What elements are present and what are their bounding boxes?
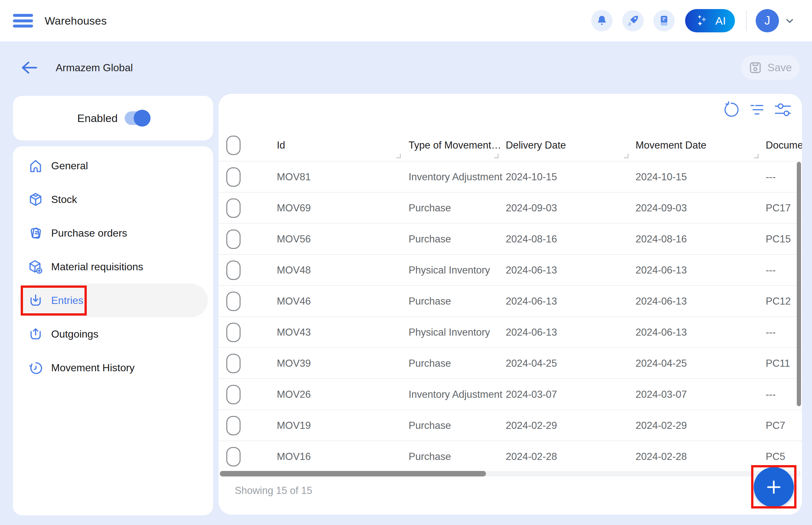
chevron-down-icon[interactable]	[784, 15, 795, 26]
horizontal-scrollbar-track[interactable]	[220, 471, 801, 477]
table-row[interactable]: MOV56Purchase2024-08-162024-08-16PC15	[219, 223, 802, 254]
row-checkbox[interactable]	[226, 416, 240, 435]
row-checkbox[interactable]	[226, 354, 240, 373]
table-row[interactable]: MOV46Purchase2024-06-132024-06-13PC12	[219, 285, 802, 316]
sidebar-item-general[interactable]: General	[18, 149, 208, 182]
refresh-button[interactable]	[722, 101, 740, 118]
cell-delivery: 2024-06-13	[506, 286, 632, 317]
cell-id: MOV19	[277, 410, 400, 441]
plus-icon	[765, 479, 782, 496]
row-checkbox[interactable]	[226, 167, 240, 187]
cell-delivery: 2024-02-28	[506, 441, 632, 472]
bell-icon	[595, 14, 608, 27]
receipts-icon	[28, 225, 43, 241]
sidebar-item-material-requisitions[interactable]: Material requisitions	[18, 250, 208, 284]
column-header-id[interactable]: Id	[277, 130, 400, 161]
select-all-checkbox[interactable]	[226, 136, 240, 155]
cell-id: MOV43	[277, 317, 400, 348]
cell-movement: 2024-09-03	[636, 193, 762, 224]
cell-movement: 2024-04-25	[636, 348, 762, 379]
page-title: Armazem Global	[56, 62, 133, 74]
notifications-button[interactable]	[591, 10, 612, 31]
enabled-label: Enabled	[77, 112, 118, 125]
column-header-movement-date[interactable]: Movement Date	[636, 130, 762, 161]
table-row[interactable]: MOV16Purchase2024-02-282024-02-28PC5	[219, 440, 802, 471]
row-checkbox[interactable]	[226, 229, 240, 249]
ai-button-label: AI	[715, 15, 726, 27]
horizontal-scrollbar-thumb[interactable]	[220, 471, 486, 477]
cell-type: Purchase	[409, 348, 504, 379]
row-checkbox[interactable]	[226, 447, 240, 466]
floppy-disk-icon	[749, 61, 762, 74]
cell-type: Physical Inventory	[409, 255, 504, 286]
filter-button[interactable]	[748, 101, 766, 118]
table-row[interactable]: MOV19Purchase2024-02-292024-02-29PC7	[219, 409, 802, 440]
sidebar-item-label: Movement History	[51, 362, 135, 374]
column-header-delivery-date[interactable]: Delivery Date	[506, 130, 632, 161]
sidebar-item-outgoings[interactable]: Outgoings	[18, 317, 208, 351]
cell-id: MOV39	[277, 348, 400, 379]
sidebar-item-label: Purchase orders	[51, 227, 127, 239]
column-settings-button[interactable]	[774, 101, 792, 118]
cell-movement: 2024-06-13	[636, 317, 762, 348]
hamburger-menu-icon[interactable]	[13, 13, 33, 29]
cell-delivery: 2024-06-13	[506, 317, 632, 348]
column-resize-handle[interactable]	[396, 154, 401, 158]
enabled-toggle[interactable]	[125, 111, 149, 125]
cell-movement: 2024-08-16	[636, 224, 762, 255]
row-checkbox[interactable]	[226, 323, 240, 342]
cell-id: MOV48	[277, 255, 400, 286]
cell-delivery: 2024-08-16	[506, 224, 632, 255]
column-settings-icon	[774, 101, 792, 118]
page-header: Armazem Global Save	[0, 42, 812, 94]
column-header-type-of-movement[interactable]: Type of Movement…	[409, 130, 504, 161]
enabled-card: Enabled	[13, 96, 213, 140]
save-button[interactable]: Save	[741, 55, 800, 80]
cell-id: MOV81	[277, 162, 400, 193]
quickstart-button[interactable]	[622, 10, 644, 31]
sidebar-item-purchase-orders[interactable]: Purchase orders	[18, 216, 208, 250]
home-icon	[28, 158, 43, 174]
column-resize-handle[interactable]	[494, 154, 499, 158]
app-title: Warehouses	[45, 15, 107, 27]
row-checkbox[interactable]	[226, 260, 240, 280]
sidebar-item-stock[interactable]: Stock	[18, 182, 208, 216]
add-entry-button[interactable]	[754, 467, 794, 507]
download-tray-icon	[28, 292, 43, 308]
cell-type: Physical Inventory	[409, 317, 504, 348]
upload-tray-icon	[28, 326, 43, 342]
filter-icon	[749, 101, 765, 118]
cell-id: MOV46	[277, 286, 400, 317]
row-checkbox[interactable]	[226, 198, 240, 218]
docs-button[interactable]	[653, 10, 675, 31]
topbar-divider	[746, 10, 747, 31]
row-checkbox[interactable]	[226, 385, 240, 404]
row-checkbox[interactable]	[226, 291, 240, 311]
cell-delivery: 2024-04-25	[506, 348, 632, 379]
sidebar-item-label: Stock	[51, 194, 77, 206]
cell-delivery: 2024-09-03	[506, 193, 632, 224]
cell-id: MOV56	[277, 224, 400, 255]
sidebar-item-label: General	[51, 160, 88, 172]
vertical-scrollbar[interactable]	[797, 162, 801, 406]
rocket-icon	[626, 14, 640, 28]
table-row[interactable]: MOV26Inventory Adjustment2024-03-072024-…	[219, 378, 802, 409]
document-icon	[658, 14, 670, 27]
avatar[interactable]: J	[756, 9, 779, 32]
table-row[interactable]: MOV43Physical Inventory2024-06-132024-06…	[219, 316, 802, 347]
cell-movement: 2024-10-15	[636, 162, 762, 193]
column-header-document[interactable]: Document	[766, 130, 802, 161]
column-resize-handle[interactable]	[754, 154, 758, 158]
cell-type: Purchase	[409, 286, 504, 317]
table-row[interactable]: MOV39Purchase2024-04-252024-04-25PC11	[219, 347, 802, 378]
cell-movement: 2024-06-13	[636, 286, 762, 317]
sidebar-item-entries[interactable]: Entries	[18, 284, 208, 317]
column-resize-handle[interactable]	[624, 154, 629, 158]
ai-assistant-button[interactable]: AI	[685, 9, 735, 32]
sidebar-item-movement-history[interactable]: Movement History	[18, 351, 208, 385]
cell-id: MOV69	[277, 193, 400, 224]
table-row[interactable]: MOV81Inventory Adjustment2024-10-152024-…	[219, 161, 802, 192]
table-row[interactable]: MOV69Purchase2024-09-032024-09-03PC17	[219, 192, 802, 223]
table-row[interactable]: MOV48Physical Inventory2024-06-132024-06…	[219, 254, 802, 285]
back-button[interactable]	[21, 61, 38, 75]
